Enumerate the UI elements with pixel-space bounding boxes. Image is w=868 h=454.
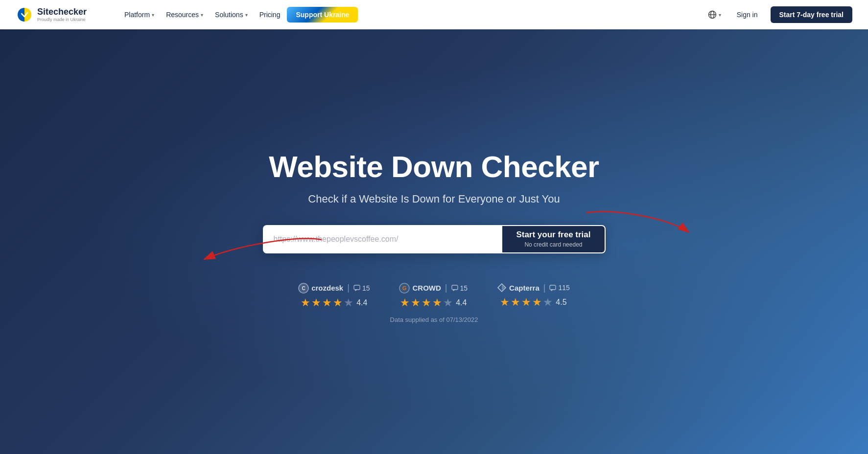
chevron-down-icon: ▾: [719, 12, 721, 18]
left-arrow: [165, 230, 336, 269]
hero-content: Website Down Checker Check if a Website …: [214, 150, 655, 253]
nav-right: ▾ Sign in Start 7-day free trial: [705, 6, 852, 23]
language-selector[interactable]: ▾: [705, 7, 724, 22]
cta-sub-text: No credit card needed: [524, 241, 582, 248]
crozdesk-stars: ★ ★ ★ ★ ★ 4.4: [301, 296, 367, 309]
nav-pricing[interactable]: Pricing: [255, 8, 285, 22]
g2crowd-logo: G CROWD: [399, 283, 441, 294]
signin-link[interactable]: Sign in: [732, 8, 763, 22]
review-count-icon: [549, 285, 556, 291]
nav-links: Platform ▾ Resources ▾ Solutions ▾ Prici…: [119, 7, 689, 23]
nav-solutions[interactable]: Solutions ▾: [210, 8, 253, 22]
globe-icon: [708, 10, 717, 19]
logo[interactable]: Sitechecker Proudly made in Ukraine: [16, 6, 104, 23]
chevron-down-icon: ▾: [245, 12, 248, 18]
rating-capterra: Capterra | 115 ★ ★ ★ ★ ★ 4.5: [497, 283, 570, 309]
nav-resources[interactable]: Resources ▾: [161, 8, 208, 22]
nav-platform[interactable]: Platform ▾: [119, 8, 159, 22]
rating-g2crowd: G CROWD | 15 ★ ★ ★ ★ ★ 4: [399, 283, 468, 309]
logo-icon: [16, 6, 33, 23]
crozdesk-icon: C: [298, 283, 309, 294]
review-count-icon: [451, 285, 458, 291]
ratings-section: C crozdesk | 15 ★ ★ ★ ★ ★: [298, 283, 570, 309]
g2crowd-icon: G: [399, 283, 410, 294]
hero-title: Website Down Checker: [269, 150, 599, 183]
capterra-icon: [497, 283, 507, 293]
svg-text:C: C: [302, 286, 305, 291]
capterra-stars: ★ ★ ★ ★ ★ 4.5: [500, 296, 566, 309]
capterra-logo: Capterra: [497, 283, 540, 293]
support-ukraine-button[interactable]: Support Ukraine: [287, 7, 358, 23]
svg-text:G: G: [402, 285, 407, 291]
data-supplied-text: Data supplied as of 07/13/2022: [390, 316, 478, 323]
chevron-down-icon: ▾: [201, 12, 203, 18]
hero-subtitle: Check if a Website Is Down for Everyone …: [308, 193, 560, 205]
svg-rect-13: [550, 285, 556, 290]
crozdesk-logo: C crozdesk: [298, 283, 343, 294]
rating-crozdesk: C crozdesk | 15 ★ ★ ★ ★ ★: [298, 283, 370, 309]
navbar: Sitechecker Proudly made in Ukraine Plat…: [0, 0, 868, 29]
g2crowd-stars: ★ ★ ★ ★ ★ 4.4: [400, 296, 467, 309]
hero-section: Website Down Checker Check if a Website …: [0, 29, 868, 454]
start-trial-button[interactable]: Start 7-day free trial: [771, 6, 853, 23]
review-count-icon: [353, 285, 360, 291]
g2crowd-label: CROWD: [412, 284, 441, 292]
capterra-label: Capterra: [509, 284, 540, 292]
chevron-down-icon: ▾: [152, 12, 154, 18]
svg-rect-10: [452, 285, 458, 290]
svg-rect-7: [354, 285, 360, 290]
logo-name: Sitechecker: [37, 7, 87, 17]
logo-tagline: Proudly made in Ukraine: [37, 17, 87, 23]
crozdesk-label: crozdesk: [311, 284, 343, 292]
right-arrow: [571, 203, 718, 242]
